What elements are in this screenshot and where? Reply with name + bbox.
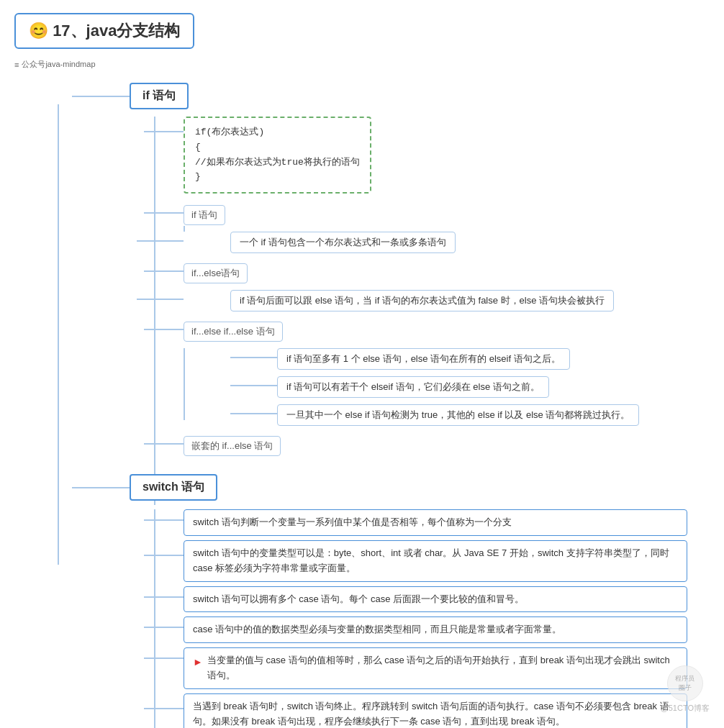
ifelse-section: if...else语句 if 语句后面可以跟 else 语句，当 if 语句的布… xyxy=(144,263,710,314)
if-sub-desc-wrapper: 一个 if 语句包含一个布尔表达式和一条或多条语句 xyxy=(184,232,710,256)
if-hline xyxy=(72,96,130,97)
title-text-main: 17、java分支结构 xyxy=(53,22,180,40)
switch-item-4-text: ► 当变量的值与 case 语句的值相等时，那么 case 语句之后的语句开始执… xyxy=(184,647,687,689)
subtitle: ≡ 公众号java-mindmap xyxy=(14,59,710,70)
watermark-text: @51CTO博客 xyxy=(661,703,710,714)
ifelse-label: if...else语句 xyxy=(184,263,248,283)
title-box: 😊 17、java分支结构 xyxy=(14,13,194,49)
page-title: 😊 17、java分支结构 xyxy=(29,22,180,40)
nested-section: 嵌套的 if...else 语句 xyxy=(144,436,710,460)
if-sub-label-section: if 语句 一个 if 语句包含一个布尔表达式和一条或多条语句 xyxy=(144,205,710,256)
switch-item-2-text: switch 语句可以拥有多个 case 语句。每个 case 后面跟一个要比较… xyxy=(184,586,687,613)
switch-item-2: switch 语句可以拥有多个 case 语句。每个 case 后面跟一个要比较… xyxy=(184,586,710,613)
switch-item-5-text: 当遇到 break 语句时，switch 语句终止。程序跳转到 switch 语… xyxy=(184,693,687,728)
ifelseifelse-sub-vline xyxy=(184,348,185,420)
subtitle-text: 公众号java-mindmap xyxy=(22,59,95,70)
ifelseifelse-label: if...else if...else 语句 xyxy=(184,322,283,342)
subtitle-icon: ≡ xyxy=(14,60,19,69)
switch-item-1-text: switch 语句中的变量类型可以是：byte、short、int 或者 cha… xyxy=(184,540,687,582)
switch-item-0: switch 语句判断一个变量与一系列值中某个值是否相等，每个值称为一个分支 xyxy=(184,509,710,536)
ifelseifelse-item-3: 一旦其中一个 else if 语句检测为 true，其他的 else if 以及… xyxy=(230,404,710,429)
ifelseifelse-item-2: if 语句可以有若干个 elseif 语句，它们必须在 else 语句之前。 xyxy=(230,376,710,401)
if-label: if 语句 xyxy=(130,83,189,109)
page-container: 😊 17、java分支结构 ≡ 公众号java-mindmap if 语句 xyxy=(0,0,724,728)
switch-item-1: switch 语句中的变量类型可以是：byte、short、int 或者 cha… xyxy=(184,540,710,582)
if-desc-hline xyxy=(137,240,184,242)
switch-item-3-text: case 语句中的值的数据类型必须与变量的数据类型相同，而且只能是常量或者字面常… xyxy=(184,616,687,643)
code-section: if(布尔表达式) { //如果布尔表达式为true将执行的语句 } xyxy=(144,117,710,198)
switch-label-wrapper: switch 语句 xyxy=(130,474,217,501)
watermark-circle: 程序员 圈子 xyxy=(667,665,703,701)
ifelse-desc-hline xyxy=(137,299,184,300)
switch-label: switch 语句 xyxy=(130,474,217,501)
red-arrow-icon: ► xyxy=(193,654,203,670)
switch-hline xyxy=(72,487,130,488)
if-label-wrapper: if 语句 xyxy=(130,83,189,109)
code-hline xyxy=(144,131,184,132)
smiley-icon: 😊 xyxy=(29,22,48,40)
switch-subcontent: switch 语句判断一个变量与一系列值中某个值是否相等，每个值称为一个分支 s… xyxy=(144,509,710,728)
ifelse-hline xyxy=(144,270,184,272)
ifelseifelse-items: if 语句至多有 1 个 else 语句，else 语句在所有的 elseif … xyxy=(184,348,710,429)
if-sub-desc: 一个 if 语句包含一个布尔表达式和一条或多条语句 xyxy=(230,232,456,253)
nested-label: 嵌套的 if...else 语句 xyxy=(184,436,281,456)
switch-item-0-text: switch 语句判断一个变量与一系列值中某个值是否相等，每个值称为一个分支 xyxy=(184,509,687,536)
if-desc-vline xyxy=(184,226,185,232)
if-sub-label: if 语句 xyxy=(184,205,225,225)
if-subcontent: if(布尔表达式) { //如果布尔表达式为true将执行的语句 } if 语句 xyxy=(144,117,710,460)
ifelseifelse-section: if...else if...else 语句 if 语句至多有 1 个 else… xyxy=(144,322,710,429)
ifelseifelse-hline xyxy=(144,329,184,330)
if-sub-hline1 xyxy=(144,212,184,214)
ifelseifelse-item-1: if 语句至多有 1 个 else 语句，else 语句在所有的 elseif … xyxy=(230,348,710,373)
switch-branch: switch 语句 switch 语句判断一个变量与一系列值中某个值是否相等，每… xyxy=(29,474,710,728)
switch-item-4: ► 当变量的值与 case 语句的值相等时，那么 case 语句之后的语句开始执… xyxy=(184,647,710,689)
switch-item-3: case 语句中的值的数据类型必须与变量的数据类型相同，而且只能是常量或者字面常… xyxy=(184,616,710,643)
switch-item-5: 当遇到 break 语句时，switch 语句终止。程序跳转到 switch 语… xyxy=(184,693,710,728)
ifelse-desc: if 语句后面可以跟 else 语句，当 if 语句的布尔表达式值为 false… xyxy=(230,290,614,311)
watermark: 程序员 圈子 @51CTO博客 xyxy=(661,665,710,714)
if-branch: if 语句 if(布尔表达式) { //如果布尔表达式为true将执行的语句 } xyxy=(29,83,710,460)
code-box: if(布尔表达式) { //如果布尔表达式为true将执行的语句 } xyxy=(184,117,371,194)
nested-hline xyxy=(144,443,184,445)
ifelse-desc-wrapper: if 语句后面可以跟 else 语句，当 if 语句的布尔表达式值为 false… xyxy=(184,290,710,314)
switch-items: switch 语句判断一个变量与一系列值中某个值是否相等，每个值称为一个分支 s… xyxy=(144,509,710,728)
